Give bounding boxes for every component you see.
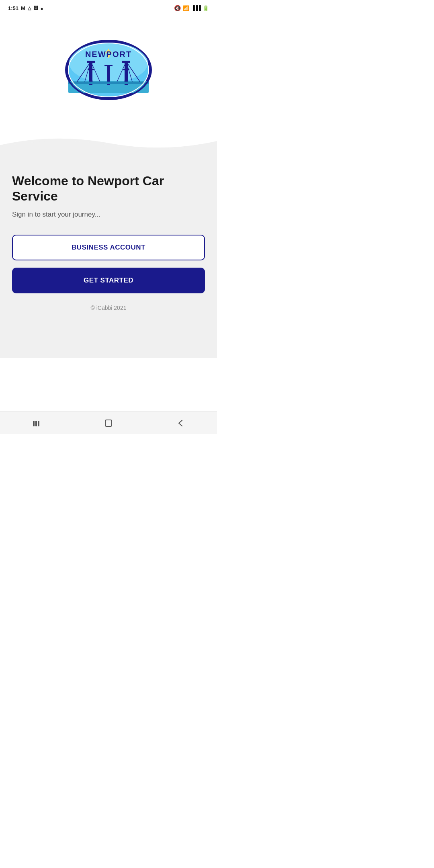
signal-icon: ▐▐▐ bbox=[191, 5, 201, 11]
svg-rect-27 bbox=[35, 421, 37, 426]
logo-svg: NEWPORT bbox=[64, 39, 153, 101]
wifi-icon: 📶 bbox=[183, 5, 189, 11]
time-display: 1:51 bbox=[8, 5, 18, 11]
upper-section: NEWPORT bbox=[0, 14, 217, 133]
svg-rect-22 bbox=[68, 82, 149, 84]
recent-apps-button[interactable] bbox=[28, 415, 44, 431]
wave-separator bbox=[0, 133, 217, 157]
welcome-title: Welcome to Newport Car Service bbox=[12, 173, 205, 204]
image-icon: 🖼 bbox=[33, 5, 38, 11]
mute-icon: 🔇 bbox=[174, 5, 181, 11]
svg-rect-28 bbox=[38, 421, 39, 426]
status-bar: 1:51 M △ 🖼 • 🔇 📶 ▐▐▐ 🔋 bbox=[0, 0, 217, 14]
drive-icon: △ bbox=[28, 6, 31, 11]
svg-text:NEWPORT: NEWPORT bbox=[85, 50, 132, 59]
copyright-text: © iCabbi 2021 bbox=[12, 305, 205, 311]
home-button[interactable] bbox=[100, 415, 117, 431]
business-account-button[interactable]: BUSINESS ACCOUNT bbox=[12, 235, 205, 260]
status-right: 🔇 📶 ▐▐▐ 🔋 bbox=[174, 5, 209, 11]
gmail-icon: M bbox=[21, 5, 25, 11]
battery-icon: 🔋 bbox=[203, 5, 209, 11]
svg-rect-26 bbox=[33, 421, 35, 426]
back-button[interactable] bbox=[173, 415, 189, 431]
nav-bar bbox=[0, 411, 217, 434]
svg-rect-13 bbox=[104, 65, 113, 66]
lower-section: Welcome to Newport Car Service Sign in t… bbox=[0, 157, 217, 358]
welcome-subtitle: Sign in to start your journey... bbox=[12, 211, 205, 219]
svg-rect-29 bbox=[105, 420, 112, 426]
app-logo: NEWPORT bbox=[64, 39, 153, 101]
status-left: 1:51 M △ 🖼 • bbox=[8, 5, 43, 11]
get-started-button[interactable]: GET STARTED bbox=[12, 268, 205, 293]
